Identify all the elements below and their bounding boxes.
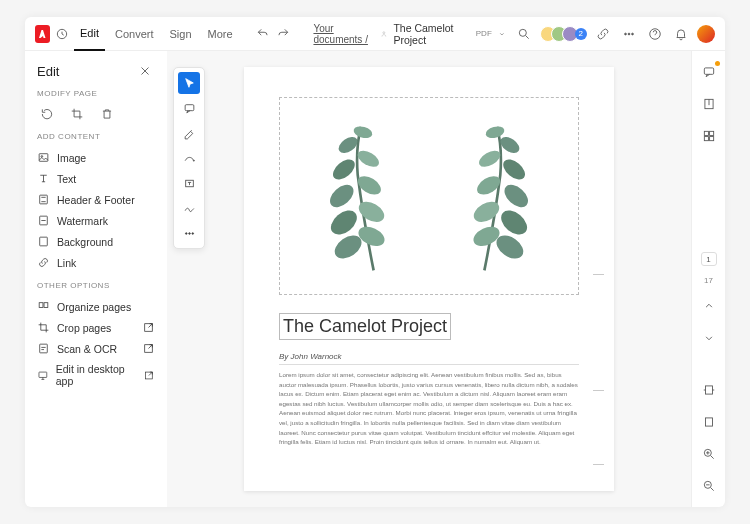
- sidebar-title: Edit: [37, 64, 59, 79]
- profile-avatar[interactable]: [697, 25, 715, 43]
- help-icon[interactable]: [645, 24, 665, 44]
- tab-edit[interactable]: Edit: [74, 17, 105, 51]
- doc-title[interactable]: The Camelot Project: [393, 22, 467, 46]
- svg-rect-15: [40, 344, 48, 353]
- svg-rect-49: [704, 137, 708, 141]
- sidebar-item-organize[interactable]: Organize pages: [37, 296, 155, 317]
- breadcrumb-root[interactable]: Your documents /: [313, 23, 373, 45]
- doc-body[interactable]: Lorem ipsum dolor sit amet, consectetur …: [279, 370, 579, 447]
- tool-select[interactable]: [178, 72, 200, 94]
- undo-button[interactable]: [255, 24, 271, 44]
- svg-rect-52: [705, 418, 712, 426]
- svg-point-23: [188, 232, 190, 234]
- svg-point-39: [500, 180, 532, 211]
- drag-handle[interactable]: —: [593, 457, 604, 469]
- comments-panel-icon[interactable]: [698, 61, 720, 83]
- tool-highlight[interactable]: [178, 122, 200, 144]
- svg-point-4: [628, 33, 630, 35]
- tool-draw[interactable]: [178, 147, 200, 169]
- tool-comment[interactable]: [178, 97, 200, 119]
- tool-text-box[interactable]: [178, 172, 200, 194]
- sidebar: Edit Modify page Add content Image Text …: [25, 51, 167, 507]
- drag-handle[interactable]: —: [593, 267, 604, 279]
- svg-point-2: [519, 29, 526, 36]
- tool-more[interactable]: [178, 222, 200, 244]
- doc-heading[interactable]: The Camelot Project: [279, 313, 451, 340]
- rotate-icon[interactable]: [37, 104, 57, 124]
- crop-icon[interactable]: [67, 104, 87, 124]
- svg-point-5: [632, 33, 634, 35]
- sidebar-item-scan-ocr[interactable]: Scan & OCR: [37, 338, 155, 359]
- fit-page-icon[interactable]: [698, 411, 720, 433]
- popout-icon: [143, 369, 155, 382]
- svg-point-42: [476, 147, 503, 170]
- tab-convert[interactable]: Convert: [109, 17, 160, 51]
- link-icon[interactable]: [593, 24, 613, 44]
- thumbnails-panel-icon[interactable]: [698, 125, 720, 147]
- popout-icon: [142, 342, 155, 355]
- svg-rect-11: [40, 237, 48, 246]
- canvas: — The Camelot Project — By John Warnock …: [167, 51, 691, 507]
- fit-width-icon[interactable]: [698, 379, 720, 401]
- image-content: [288, 106, 570, 286]
- svg-rect-50: [709, 137, 713, 141]
- right-rail: 1 17: [691, 51, 725, 507]
- sidebar-item-watermark[interactable]: Watermark: [37, 210, 155, 231]
- svg-point-32: [355, 147, 382, 170]
- section-modify: Modify page: [37, 89, 155, 98]
- sidebar-item-link[interactable]: Link: [37, 252, 155, 273]
- page-total: 17: [704, 276, 713, 285]
- zoom-in-icon[interactable]: [698, 443, 720, 465]
- zoom-out-icon[interactable]: [698, 475, 720, 497]
- svg-rect-47: [704, 131, 708, 135]
- svg-rect-13: [44, 303, 48, 308]
- page-down-icon[interactable]: [698, 327, 720, 349]
- tab-more[interactable]: More: [202, 17, 239, 51]
- bookmarks-panel-icon[interactable]: [698, 93, 720, 115]
- app-logo[interactable]: [35, 25, 50, 43]
- svg-rect-7: [39, 154, 48, 162]
- svg-point-22: [185, 232, 187, 234]
- svg-rect-48: [709, 131, 713, 135]
- presence-count: 2: [575, 28, 587, 40]
- section-other: Other options: [37, 281, 155, 290]
- sidebar-item-desktop[interactable]: Edit in desktop app: [37, 359, 155, 391]
- topbar: Edit Convert Sign More Your documents / …: [25, 17, 725, 51]
- user-icon: [380, 29, 388, 39]
- sidebar-item-header-footer[interactable]: Header & Footer: [37, 189, 155, 210]
- drag-handle[interactable]: —: [593, 383, 604, 395]
- svg-point-27: [326, 206, 361, 240]
- chevron-down-icon[interactable]: [498, 29, 506, 39]
- document-page[interactable]: — The Camelot Project — By John Warnock …: [244, 67, 614, 491]
- tool-sign[interactable]: [178, 197, 200, 219]
- svg-point-3: [625, 33, 627, 35]
- leaf-illustration-right: [440, 111, 550, 281]
- home-icon[interactable]: [54, 24, 70, 44]
- more-icon[interactable]: [619, 24, 639, 44]
- sidebar-item-text[interactable]: Text: [37, 168, 155, 189]
- svg-point-44: [484, 125, 505, 140]
- breadcrumb: Your documents / The Camelot Project PDF: [313, 22, 505, 46]
- page-current[interactable]: 1: [701, 252, 717, 266]
- trash-icon[interactable]: [97, 104, 117, 124]
- sidebar-item-crop-pages[interactable]: Crop pages: [37, 317, 155, 338]
- svg-rect-17: [39, 372, 47, 377]
- svg-point-34: [352, 125, 373, 140]
- sidebar-item-background[interactable]: Background: [37, 231, 155, 252]
- image-frame[interactable]: [279, 97, 579, 295]
- presence-avatars[interactable]: 2: [540, 26, 587, 42]
- bell-icon[interactable]: [671, 24, 691, 44]
- svg-point-37: [497, 206, 532, 240]
- sidebar-item-image[interactable]: Image: [37, 147, 155, 168]
- doc-byline[interactable]: By John Warnock: [279, 352, 579, 365]
- topbar-right: 2: [514, 24, 715, 44]
- tab-sign[interactable]: Sign: [164, 17, 198, 51]
- search-icon[interactable]: [514, 24, 534, 44]
- svg-rect-51: [705, 386, 712, 394]
- close-icon[interactable]: [135, 61, 155, 81]
- page-up-icon[interactable]: [698, 295, 720, 317]
- svg-point-29: [326, 180, 358, 211]
- floating-toolbar: [173, 67, 205, 249]
- svg-point-24: [191, 232, 193, 234]
- redo-button[interactable]: [275, 24, 291, 44]
